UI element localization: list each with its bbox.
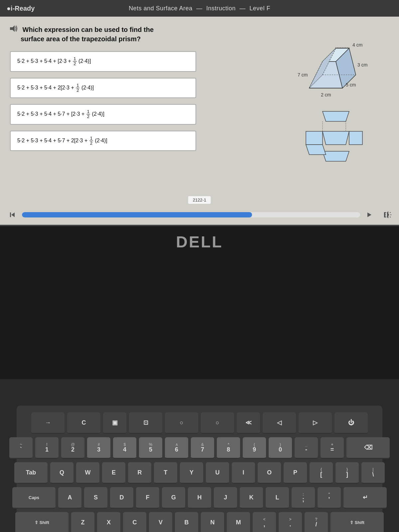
progress-fill — [22, 212, 252, 217]
key-b[interactable]: B — [175, 512, 198, 532]
key-n[interactable]: N — [201, 512, 224, 532]
key-q[interactable]: Q — [50, 462, 73, 484]
option-d[interactable]: 5·2 + 5·3 + 5·4 + 5·7 + 2[2·3 + 12 (2·4)… — [10, 131, 196, 151]
key-e[interactable]: E — [102, 462, 125, 484]
key-power[interactable]: ⏻ — [334, 412, 368, 434]
key-0[interactable]: ) 0 — [269, 437, 292, 459]
header-title: Nets and Surface Area — Instruction — Le… — [129, 5, 270, 12]
key-tab[interactable]: Tab — [14, 462, 48, 484]
progress-track[interactable] — [22, 212, 360, 217]
key-w[interactable]: W — [76, 462, 99, 484]
svg-marker-20 — [323, 151, 349, 161]
key-d[interactable]: D — [110, 487, 133, 509]
key-u[interactable]: U — [206, 462, 229, 484]
key-semicolon[interactable]: : ; — [292, 487, 315, 509]
key-a[interactable]: A — [58, 487, 81, 509]
key-o[interactable]: O — [258, 462, 281, 484]
svg-marker-17 — [306, 131, 323, 145]
prism-diagram: 4 cm 3 cm 7 cm 5 cm 2 cm — [289, 28, 382, 101]
key-shift-left[interactable]: ⇧ Shift — [15, 512, 68, 532]
key-vol-mute[interactable]: ≪ — [237, 412, 260, 434]
key-slash[interactable]: ? / — [305, 512, 328, 532]
app-logo: ●i-Ready — [7, 5, 35, 12]
key-c[interactable]: C — [123, 512, 146, 532]
keyboard-row-zxcv: ⇧ Shift Z X C V B N M < , > . ? / ⇧ Shif… — [23, 512, 376, 532]
net-diagram — [296, 108, 376, 168]
settings-button[interactable] — [382, 209, 394, 221]
key-minus[interactable]: _ - — [295, 437, 318, 459]
screen: ●i-Ready Nets and Surface Area — Instruc… — [0, 0, 399, 226]
key-quote[interactable]: " ' — [318, 487, 341, 509]
key-p[interactable]: P — [284, 462, 307, 484]
key-refresh[interactable]: C — [67, 412, 100, 434]
option-c[interactable]: 5·2 + 5·3 + 5·4 + 5·7 + [2·3 + 12 (2·4)] — [10, 104, 196, 125]
key-l[interactable]: L — [266, 487, 289, 509]
key-i[interactable]: I — [232, 462, 255, 484]
question-prompt: Which expression can be used to find the… — [10, 25, 273, 44]
key-7[interactable]: & 7 — [191, 437, 214, 459]
key-8[interactable]: * 8 — [217, 437, 240, 459]
key-x[interactable]: X — [97, 512, 120, 532]
key-v[interactable]: V — [149, 512, 172, 532]
key-multiwindow[interactable]: ⊡ — [129, 412, 162, 434]
key-f[interactable]: F — [136, 487, 159, 509]
svg-marker-26 — [367, 212, 371, 217]
key-tilde[interactable]: ~ ` — [9, 437, 33, 459]
key-enter[interactable]: ↵ — [343, 487, 387, 509]
key-2[interactable]: @ 2 — [61, 437, 84, 459]
header-bar: ●i-Ready Nets and Surface Area — Instruc… — [0, 0, 399, 17]
key-equals[interactable]: + = — [321, 437, 344, 459]
key-backspace[interactable]: ⌫ — [346, 437, 390, 459]
key-brightness-down[interactable]: ○ — [165, 412, 198, 434]
svg-text:4 cm: 4 cm — [352, 42, 362, 48]
key-y[interactable]: Y — [180, 462, 203, 484]
key-j[interactable]: J — [214, 487, 237, 509]
key-k[interactable]: K — [240, 487, 263, 509]
option-b[interactable]: 5·2 + 5·3 + 5·4 + 2[2·3 + 12 (2·4)] — [10, 78, 196, 98]
key-comma[interactable]: < , — [253, 512, 276, 532]
dell-logo: DELL — [176, 233, 223, 251]
key-caps[interactable]: Caps — [12, 487, 56, 509]
key-screenshot[interactable]: ▣ — [103, 412, 126, 434]
key-bracket-right[interactable]: } ] — [335, 462, 359, 484]
option-a[interactable]: 5·2 + 5·3 + 5·4 + [2·3 + 12 (2·4)] — [10, 51, 196, 72]
key-g[interactable]: G — [162, 487, 185, 509]
key-vol-down[interactable]: ◁ — [263, 412, 296, 434]
dell-logo-area: DELL — [176, 233, 223, 251]
svg-point-29 — [387, 214, 389, 216]
shape-area: 4 cm 3 cm 7 cm 5 cm 2 cm — [283, 25, 389, 200]
key-t[interactable]: T — [154, 462, 177, 484]
keyboard-row-numbers: ~ ` ! 1 @ 2 # 3 $ 4 % 5 — [23, 437, 376, 459]
main-content: Which expression can be used to find the… — [0, 17, 399, 206]
svg-marker-18 — [323, 131, 349, 145]
svg-rect-25 — [10, 212, 11, 217]
play-forward-button[interactable] — [363, 209, 375, 221]
key-backslash[interactable]: | \ — [361, 462, 385, 484]
key-arrow-right[interactable]: → — [31, 412, 65, 434]
key-shift-right[interactable]: ⇧ Shift — [331, 512, 384, 532]
svg-marker-24 — [11, 212, 15, 217]
key-bracket-left[interactable]: { [ — [310, 462, 333, 484]
keyboard-row-qwerty: Tab Q W E R T Y U I O P { [ } ] | \ — [23, 462, 376, 484]
key-r[interactable]: R — [128, 462, 151, 484]
screen-sticker: 2122-1 — [188, 196, 211, 204]
key-9[interactable]: ( 9 — [243, 437, 266, 459]
key-4[interactable]: $ 4 — [113, 437, 136, 459]
svg-text:3 cm: 3 cm — [357, 62, 367, 67]
key-vol-up[interactable]: ▷ — [299, 412, 332, 434]
keyboard-row-special: → C ▣ ⊡ ○ ○ ≪ ◁ ▷ — [23, 412, 376, 434]
skip-back-button[interactable] — [7, 209, 19, 221]
key-s[interactable]: S — [84, 487, 107, 509]
key-6[interactable]: ∧ 6 — [165, 437, 188, 459]
key-z[interactable]: Z — [71, 512, 94, 532]
speaker-icon[interactable] — [10, 26, 20, 33]
key-5[interactable]: % 5 — [139, 437, 162, 459]
key-1[interactable]: ! 1 — [35, 437, 59, 459]
key-3[interactable]: # 3 — [87, 437, 110, 459]
key-period[interactable]: > . — [279, 512, 302, 532]
svg-text:2 cm: 2 cm — [321, 92, 331, 97]
progress-bar-area — [0, 205, 399, 225]
key-h[interactable]: H — [188, 487, 211, 509]
key-brightness-up[interactable]: ○ — [201, 412, 234, 434]
key-m[interactable]: M — [227, 512, 250, 532]
